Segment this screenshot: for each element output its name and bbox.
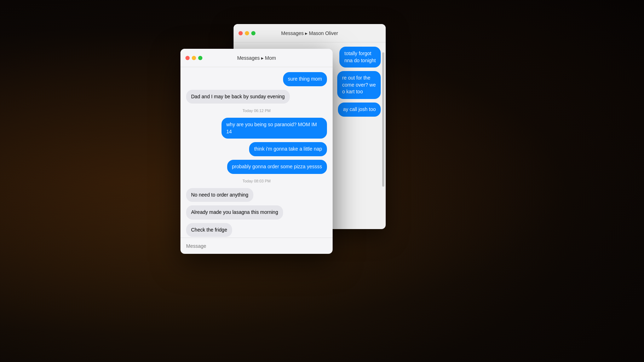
mom-traffic-lights bbox=[185, 56, 202, 60]
mom-bubble-nap: think i'm gonna take a little nap bbox=[249, 142, 327, 156]
timestamp-1: Today 06:12 PM bbox=[186, 109, 327, 113]
mason-close-button[interactable] bbox=[238, 31, 243, 35]
mason-bubble-2: re out for thecome over? weo kart too bbox=[337, 71, 381, 99]
mom-close-button[interactable] bbox=[185, 56, 190, 60]
message-input-area[interactable] bbox=[180, 238, 333, 254]
mom-title-bar: Messages ▸ Mom bbox=[180, 49, 333, 67]
mason-bubble-3: ay call josh too bbox=[338, 103, 381, 117]
timestamp-2: Today 08:03 PM bbox=[186, 179, 327, 183]
mom-bubble-lasagna: Already made you lasagna this morning bbox=[186, 205, 283, 220]
mason-window-title: Messages ▸ Mason Oliver bbox=[281, 30, 338, 36]
mason-minimize-button[interactable] bbox=[245, 31, 249, 35]
mom-bubble-dad-back: Dad and I may be back by sunday evening bbox=[186, 90, 290, 104]
mom-minimize-button[interactable] bbox=[192, 56, 196, 60]
mason-traffic-lights bbox=[238, 31, 255, 35]
message-input[interactable] bbox=[186, 243, 327, 249]
mason-title-bar: Messages ▸ Mason Oliver bbox=[234, 24, 386, 42]
mom-window-title: Messages ▸ Mom bbox=[237, 55, 276, 61]
mom-bubble-no-order: No need to order anything bbox=[186, 188, 253, 202]
mom-chat-area: sure thing mom Dad and I may be back by … bbox=[180, 67, 333, 238]
mom-bubble-sure-thing: sure thing mom bbox=[283, 72, 327, 86]
mason-bubble-1: totally forgotnna do tonight bbox=[339, 47, 381, 68]
mason-scrollbar[interactable] bbox=[382, 52, 384, 187]
mom-window: Messages ▸ Mom sure thing mom Dad and I … bbox=[180, 49, 333, 254]
mom-bubble-paranoid: why are you being so paranoid? MOM IM 14 bbox=[222, 118, 327, 139]
mom-bubble-pizza: probably gonna order some pizza yessss bbox=[227, 160, 327, 174]
mason-maximize-button[interactable] bbox=[251, 31, 255, 35]
mom-bubble-fridge: Check the fridge bbox=[186, 223, 232, 237]
mom-maximize-button[interactable] bbox=[198, 56, 202, 60]
